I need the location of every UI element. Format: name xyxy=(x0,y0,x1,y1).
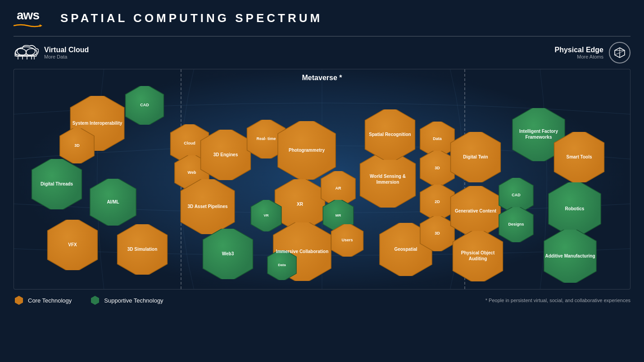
hex-physical-object: Physical Object Auditing xyxy=(449,231,507,281)
hex-label-3d-simulation: 3D Simulation xyxy=(127,246,159,253)
hex-label-smart-tools: Smart Tools xyxy=(565,154,593,161)
hex-label-data-2: Data xyxy=(432,136,443,142)
hex-label-web3: Web3 xyxy=(221,250,235,258)
hex-label-data-1: Data xyxy=(277,262,286,268)
hex-label-cad-1: CAD xyxy=(139,102,150,109)
legend-supportive-tech: Supportive Technology xyxy=(90,295,163,306)
aws-arrow-icon xyxy=(14,23,42,28)
hex-label-vfx: VFX xyxy=(67,241,77,249)
page-title: SPATIAL COMPUTING SPECTRUM xyxy=(60,11,322,25)
hex-3d-asset: 3D Asset Pipelines xyxy=(176,179,239,234)
hex-label-3d-asset: 3D Asset Pipelines xyxy=(186,203,228,211)
svg-line-17 xyxy=(620,50,625,53)
cube-icon xyxy=(609,42,630,63)
hex-cad-1: CAD xyxy=(122,86,167,125)
legend-supportive-hex-icon xyxy=(90,295,100,306)
physical-edge-subtitle: More Atoms xyxy=(555,54,604,59)
hex-label-generative: Generative Content xyxy=(454,208,497,215)
aws-logo: aws xyxy=(14,8,42,28)
svg-marker-58 xyxy=(91,296,99,305)
hex-robotics: Robotics xyxy=(544,182,605,235)
hex-label-additive-mfg: Additive Manufacturing xyxy=(544,253,596,260)
hex-users: Users xyxy=(328,224,366,257)
hex-label-world-sensing: World Sensing & Immersion xyxy=(358,173,418,186)
svg-marker-57 xyxy=(15,296,23,305)
hex-label-web: Web xyxy=(187,169,197,176)
hex-label-mr: MR xyxy=(335,213,342,219)
hex-digital-twin: Digital Twin xyxy=(446,132,505,182)
hex-label-users: Users xyxy=(340,237,354,244)
legend-core-hex-icon xyxy=(14,295,24,306)
hex-label-ai-ml: AI/ML xyxy=(106,199,120,206)
hex-label-3d-engines: 3D Engines xyxy=(213,151,239,159)
footnote-text: * People in persistent virtual, social, … xyxy=(485,298,630,303)
hex-ai-ml: AI/ML xyxy=(86,179,140,226)
main-diagram: Metaverse * System InteroperabilityCAD3D… xyxy=(14,69,630,290)
cloud-icon xyxy=(14,42,39,63)
hex-label-photogrammetry: Photogrammetry xyxy=(288,147,326,154)
hex-label-real-time: Real- time xyxy=(255,136,277,142)
hex-label-3d-2: 3D xyxy=(434,165,441,172)
legend-core-tech: Core Technology xyxy=(14,295,72,306)
hex-label-3d-3: 3D xyxy=(434,230,441,237)
hex-label-geospatial: Geospatial xyxy=(393,246,418,253)
hex-vfx: VFX xyxy=(43,220,102,270)
virtual-cloud-title: Virtual Cloud xyxy=(44,46,89,54)
hex-label-immersive: Immersive Collaboration xyxy=(275,248,330,256)
subtitle-row: Virtual Cloud More Data Physical Edge Mo… xyxy=(0,36,644,69)
svg-line-16 xyxy=(615,53,620,55)
svg-marker-0 xyxy=(40,24,42,27)
hex-label-cad-2: CAD xyxy=(511,192,522,199)
hex-web3: Web3 xyxy=(199,229,257,279)
hex-3d-1: 3D xyxy=(57,128,97,163)
hex-spatial-recog: Spatial Recognition xyxy=(361,109,419,160)
metaverse-label: Metaverse * xyxy=(302,74,342,82)
hex-label-xr: XR xyxy=(296,201,304,208)
legend-core-label: Core Technology xyxy=(28,297,72,304)
hex-label-system-interop: System Interoperability xyxy=(72,120,123,127)
hex-label-spatial-recog: Spatial Recognition xyxy=(368,131,412,139)
hex-label-intelligent-factory: Intelligent Factory Frameworks xyxy=(510,128,567,141)
hex-label-robotics: Robotics xyxy=(564,205,585,213)
hex-label-digital-threads: Digital Threads xyxy=(40,181,74,188)
legend-supportive-label: Supportive Technology xyxy=(104,297,163,304)
virtual-cloud-label: Virtual Cloud More Data xyxy=(14,42,89,63)
physical-edge-label: Physical Edge More Atoms xyxy=(555,42,631,63)
hex-world-sensing: World Sensing & Immersion xyxy=(355,152,420,208)
hex-additive-mfg: Additive Manufacturing xyxy=(540,230,601,283)
hex-label-ar: AR xyxy=(335,185,342,192)
legend: Core Technology Supportive Technology * … xyxy=(0,290,644,311)
hex-label-digital-twin: Digital Twin xyxy=(462,154,489,161)
hex-3d-simulation: 3D Simulation xyxy=(113,224,172,275)
hex-label-vr: VR xyxy=(263,213,269,219)
header: aws SPATIAL COMPUTING SPECTRUM xyxy=(0,0,644,36)
hex-label-physical-object: Physical Object Auditing xyxy=(451,249,505,262)
hex-label-cloud: Cloud xyxy=(183,140,196,147)
hex-digital-threads: Digital Threads xyxy=(27,159,86,209)
virtual-cloud-subtitle: More Data xyxy=(44,54,89,59)
hex-label-designs: Designs xyxy=(507,221,525,228)
physical-edge-title: Physical Edge xyxy=(555,46,604,54)
hex-label-3d-1: 3D xyxy=(73,142,81,149)
aws-text: aws xyxy=(17,8,39,23)
hex-label-2d: 2D xyxy=(434,199,441,205)
